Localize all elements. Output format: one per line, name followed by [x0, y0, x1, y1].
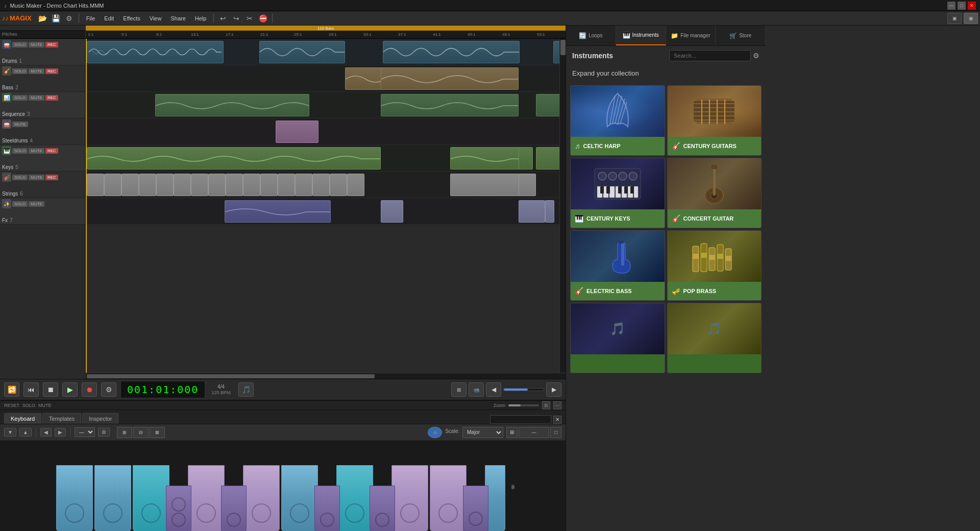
strings-clip-8[interactable] [208, 174, 226, 196]
instrument-card-more-2[interactable]: 🎵 [667, 303, 762, 373]
tab-store[interactable]: 🛒 Store [716, 26, 766, 45]
tab-instruments[interactable]: 🎹 Instruments [616, 26, 666, 45]
menu-file[interactable]: File [82, 14, 100, 23]
vertical-scrollbar[interactable] [559, 39, 566, 373]
tab-keyboard[interactable]: Keyboard [4, 413, 41, 424]
stop-action-icon[interactable]: ⛔ [257, 12, 269, 25]
zoom-track[interactable] [508, 404, 539, 406]
metronome-btn[interactable]: 🎵 [238, 382, 254, 397]
strings-clip-16[interactable] [347, 174, 364, 196]
strings-clip-11[interactable] [260, 174, 278, 196]
drums-mute-btn[interactable]: MUTE [29, 42, 44, 47]
scale-circle-btn[interactable]: ○ [428, 427, 442, 438]
strings-clip-1[interactable] [87, 174, 104, 196]
strings-rec-btn[interactable]: REC [45, 175, 58, 180]
instrument-card-electric-bass[interactable]: 🎸 ELECTRIC BASS [570, 230, 665, 301]
drum-clip-3[interactable] [383, 41, 520, 63]
instrument-card-celtic-harp[interactable]: ♬ CELTIC HARP [570, 85, 665, 156]
strings-clip-6[interactable] [174, 174, 191, 196]
settings-transport-btn[interactable]: ⚙ [101, 382, 116, 397]
kb-nav-down[interactable]: ▼ [4, 428, 16, 437]
kb-grid-btn[interactable]: ⊞ [506, 427, 518, 438]
piano-key-14[interactable] [463, 486, 488, 531]
kb-close-panel-btn[interactable]: □ [550, 427, 561, 438]
vertical-scroll-thumb[interactable] [560, 40, 566, 55]
rewind-btn[interactable]: ⏮ [23, 382, 39, 397]
piano-key-6[interactable] [221, 486, 247, 531]
strings-clip-17[interactable] [450, 174, 520, 196]
play-btn[interactable]: ▶ [62, 382, 78, 397]
pattern-icon-3[interactable]: ⊠ [150, 427, 165, 438]
fx-mute-btn[interactable]: MUTE [29, 201, 44, 207]
piano-key-7[interactable] [243, 465, 280, 531]
instruments-search-input[interactable] [669, 50, 751, 61]
video-btn[interactable]: 📹 [469, 382, 484, 397]
piano-key-3[interactable] [133, 465, 169, 531]
tab-loops[interactable]: 🔄 Loops [566, 26, 616, 45]
horizontal-scroll-thumb[interactable] [87, 374, 375, 378]
strings-clip-7[interactable] [191, 174, 208, 196]
keys-clip-2[interactable] [450, 147, 520, 170]
instruments-settings-icon[interactable]: ⚙ [753, 52, 760, 60]
piano-key-11[interactable] [370, 486, 395, 531]
tab-templates[interactable]: Templates [42, 413, 81, 424]
instrument-card-more-1[interactable]: 🎵 [570, 303, 665, 373]
save-icon[interactable]: 💾 [50, 12, 62, 25]
instrument-card-concert-guitar[interactable]: 🎸 CONCERT GUITAR [667, 158, 762, 228]
kb-length-select[interactable]: — [75, 427, 95, 437]
strings-clip-4[interactable] [139, 174, 156, 196]
fx-clip-2[interactable] [381, 200, 403, 223]
maximize-button[interactable]: □ [958, 2, 966, 10]
piano-key-4[interactable] [166, 486, 191, 531]
kb-prev[interactable]: ◀ [40, 428, 52, 437]
fx-clip-1[interactable] [225, 200, 331, 223]
keys-clip-3[interactable] [519, 147, 533, 170]
piano-key-1[interactable] [56, 465, 93, 531]
record-btn[interactable]: ⏺ [82, 382, 97, 397]
sequence-mute-btn[interactable]: MUTE [29, 95, 44, 101]
cut-icon[interactable]: ✂ [243, 12, 256, 25]
strings-clip-3[interactable] [121, 174, 139, 196]
strings-clip-5[interactable] [156, 174, 174, 196]
volume-left-btn[interactable]: ◀ [486, 382, 501, 397]
bass-rec-btn[interactable]: REC [45, 68, 58, 74]
pattern-icon-2[interactable]: ⊟ [133, 427, 149, 438]
zoom-fit-btn[interactable]: ⊞ [542, 401, 550, 409]
seq-clip-1[interactable] [155, 94, 309, 116]
tab-inspector[interactable]: Inspector [82, 413, 118, 424]
kb-nav-up[interactable]: ▲ [19, 428, 32, 437]
menu-share[interactable]: Share [166, 14, 189, 23]
horizontal-scrollbar[interactable] [86, 373, 566, 379]
minimize-button[interactable]: — [947, 2, 955, 10]
pattern-icon-1[interactable]: ⊞ [117, 427, 132, 438]
fx-solo-btn[interactable]: SOLO [12, 201, 28, 207]
strings-clip-15[interactable] [330, 174, 347, 196]
steel-clip-1[interactable] [276, 120, 318, 143]
bass-clip-2[interactable] [381, 67, 519, 90]
fx-clip-4[interactable] [545, 200, 554, 223]
volume-right-btn[interactable]: ▶ [546, 382, 561, 397]
strings-clip-10[interactable] [243, 174, 260, 196]
keys-rec-btn[interactable]: REC [45, 148, 58, 154]
piano-key-2[interactable] [94, 465, 131, 531]
loop-btn[interactable]: 🔁 [4, 382, 19, 397]
strings-clip-2[interactable] [104, 174, 121, 196]
piano-key-9[interactable] [314, 486, 340, 531]
menu-edit[interactable]: Edit [100, 14, 118, 23]
instrument-card-pop-brass[interactable]: 🎺 POP BRASS [667, 230, 762, 301]
menu-help[interactable]: Help [191, 14, 211, 23]
instrument-card-century-keys[interactable]: 🎹 CENTURY KEYS [570, 158, 665, 228]
keyboard-hscroll-thumb[interactable] [511, 485, 514, 489]
steeldrums-mute-btn[interactable]: MUTE [12, 122, 28, 127]
strings-clip-12[interactable] [278, 174, 295, 196]
sequence-solo-btn[interactable]: SOLO [12, 95, 28, 101]
open-file-icon[interactable]: 📂 [37, 12, 49, 25]
kb-settings-btn[interactable]: ⚙ [98, 428, 110, 437]
drum-clip-1[interactable] [87, 41, 224, 63]
keyboard-search-input[interactable] [490, 415, 551, 424]
drum-clip-4[interactable] [553, 41, 559, 63]
fx-clip-3[interactable] [519, 200, 545, 223]
seq-clip-2[interactable] [381, 94, 519, 116]
menu-effects[interactable]: Effects [119, 14, 144, 23]
bass-mute-btn[interactable]: MUTE [29, 68, 44, 74]
